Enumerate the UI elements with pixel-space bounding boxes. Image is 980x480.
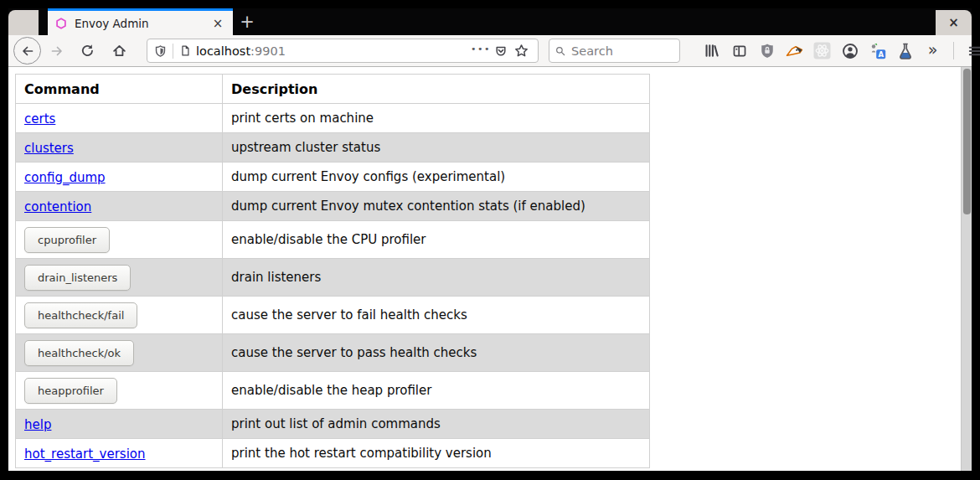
heapprofiler-button[interactable]: heapprofiler	[24, 378, 117, 404]
hot-restart-version-link[interactable]: hot_restart_version	[24, 446, 146, 462]
reload-button[interactable]	[75, 39, 100, 64]
tabbar-empty-space	[261, 8, 936, 35]
window-close-button[interactable]: ×	[936, 10, 972, 35]
fox-extension-icon[interactable]	[785, 41, 804, 61]
forward-arrow-icon	[50, 44, 64, 58]
help-link[interactable]: help	[24, 417, 51, 432]
table-row-config-dump: config_dump dump current Envoy configs (…	[16, 163, 650, 192]
healthcheck-fail-button[interactable]: healthcheck/fail	[24, 302, 137, 328]
bookmark-star-icon[interactable]	[511, 41, 531, 61]
url-host: localhost	[196, 44, 250, 58]
row-description: enable/disable the heap profiler	[223, 372, 650, 410]
browser-window: Envoy Admin × + ×	[8, 8, 972, 472]
svg-text:A: A	[878, 49, 884, 58]
envoy-favicon-icon	[55, 18, 67, 29]
sidebar-toggle-icon[interactable]	[730, 41, 749, 61]
tab-title: Envoy Admin	[75, 17, 209, 30]
tab-envoy-admin[interactable]: Envoy Admin ×	[48, 8, 233, 35]
table-row-heapprofiler: heapprofiler enable/disable the heap pro…	[16, 372, 650, 410]
url-port: :9901	[250, 44, 286, 58]
command-column-header: Command	[16, 75, 223, 104]
row-description: dump current Envoy mutex contention stat…	[223, 192, 650, 221]
home-button[interactable]	[106, 39, 132, 64]
table-row-contention: contention dump current Envoy mutex cont…	[16, 192, 650, 221]
table-row-clusters: clusters upstream cluster status	[16, 133, 650, 163]
pocket-save-icon[interactable]	[491, 41, 511, 61]
table-row-certs: certs print certs on machine	[16, 104, 650, 133]
row-description: enable/disable the CPU profiler	[223, 221, 650, 259]
tab-bar: Envoy Admin × + ×	[8, 8, 972, 35]
contention-link[interactable]: contention	[24, 199, 91, 214]
admin-commands-table: Command Description certs print certs on…	[15, 74, 650, 468]
table-row-cpuprofiler: cpuprofiler enable/disable the CPU profi…	[16, 221, 650, 259]
drain-listeners-button[interactable]: drain_listeners	[24, 265, 131, 291]
page-content: Command Description certs print certs on…	[8, 67, 972, 471]
row-description: print the hot restart compatibility vers…	[223, 439, 650, 468]
vertical-scrollbar-thumb[interactable]	[963, 69, 971, 214]
page-actions-icon[interactable]: •••	[471, 41, 491, 61]
table-row-healthcheck-ok: healthcheck/ok cause the server to pass …	[16, 334, 650, 372]
table-row-drain-listeners: drain_listeners drain listeners	[16, 259, 650, 297]
row-description: print out list of admin commands	[223, 410, 650, 439]
home-icon	[112, 44, 126, 58]
forward-button[interactable]	[44, 39, 70, 64]
account-profile-icon[interactable]	[840, 41, 859, 61]
back-button[interactable]	[13, 37, 41, 65]
shield-lock-extension-icon[interactable]	[757, 41, 776, 61]
titlebar-spacer	[8, 10, 39, 35]
menu-hamburger-icon[interactable]	[965, 41, 980, 61]
toolbar-icons: A »	[702, 41, 980, 61]
row-description: cause the server to pass health checks	[223, 334, 650, 372]
clusters-link[interactable]: clusters	[24, 141, 74, 156]
row-description: cause the server to fail health checks	[223, 297, 650, 334]
tracking-protection-shield-icon[interactable]	[154, 44, 167, 58]
url-bar[interactable]: localhost:9901 •••	[147, 39, 539, 63]
search-icon	[555, 45, 565, 57]
row-description: upstream cluster status	[223, 133, 650, 163]
vertical-scrollbar-track[interactable]	[961, 67, 972, 471]
certs-link[interactable]: certs	[24, 111, 55, 126]
library-icon[interactable]	[702, 41, 721, 61]
new-tab-button[interactable]: +	[233, 8, 261, 35]
row-description: print certs on machine	[223, 104, 650, 133]
table-row-healthcheck-fail: healthcheck/fail cause the server to fai…	[16, 297, 650, 334]
url-text: localhost:9901	[196, 44, 471, 58]
overflow-chevron-icon[interactable]: »	[923, 41, 942, 61]
healthcheck-ok-button[interactable]: healthcheck/ok	[24, 340, 134, 366]
description-column-header: Description	[223, 75, 650, 104]
page-info-icon[interactable]	[179, 44, 191, 57]
reload-icon	[80, 44, 95, 58]
navigation-toolbar: localhost:9901 •••	[8, 35, 972, 67]
row-description: drain listeners	[223, 259, 650, 297]
tab-close-icon[interactable]: ×	[209, 15, 226, 32]
table-row-help: help print out list of admin commands	[16, 410, 650, 439]
search-bar[interactable]	[549, 39, 680, 63]
lab-flask-extension-icon[interactable]	[895, 41, 915, 61]
search-input[interactable]	[571, 44, 673, 58]
react-devtools-atom-icon[interactable]	[812, 41, 832, 61]
translate-extension-icon[interactable]: A	[868, 41, 887, 61]
config-dump-link[interactable]: config_dump	[24, 170, 106, 185]
back-arrow-icon	[21, 44, 34, 58]
table-row-hot-restart-version: hot_restart_version print the hot restar…	[16, 439, 650, 468]
toolbar-separator	[953, 42, 954, 59]
row-description: dump current Envoy configs (experimental…	[223, 163, 650, 192]
cpuprofiler-button[interactable]: cpuprofiler	[24, 227, 110, 253]
urlbar-separator	[173, 44, 173, 59]
table-header-row: Command Description	[16, 75, 650, 104]
